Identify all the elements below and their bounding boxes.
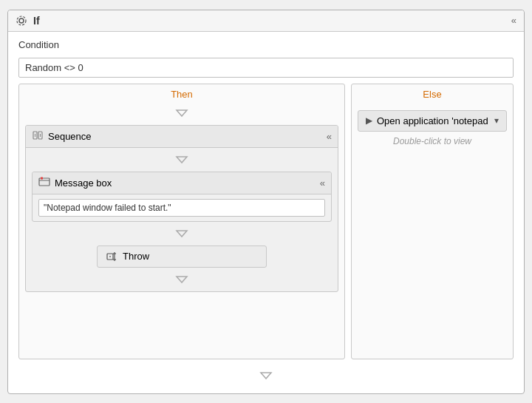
sequence-icon xyxy=(32,129,44,143)
svg-marker-7 xyxy=(177,157,187,163)
then-else-row: Then xyxy=(18,84,514,359)
sequence-header-left: Sequence xyxy=(32,129,92,143)
then-header: Then xyxy=(19,84,344,104)
expand-icon[interactable]: ▾ xyxy=(494,115,499,126)
message-box-block: Message box « xyxy=(32,172,332,222)
message-box-collapse-button[interactable]: « xyxy=(320,178,325,188)
sequence-block: Sequence « xyxy=(25,125,338,292)
title-bar-left: If xyxy=(16,15,40,27)
message-box-icon xyxy=(38,176,50,190)
message-box-label: Message box xyxy=(55,177,112,189)
sequence-body: Message box « xyxy=(26,148,338,291)
open-app-block: ▶ Open application 'notepad ▾ Double-cli… xyxy=(358,110,507,151)
open-app-label: Open application 'notepad xyxy=(377,115,488,126)
svg-rect-8 xyxy=(39,178,50,186)
sequence-drop-arrow-2[interactable] xyxy=(175,225,188,243)
sequence-drop-arrow-3[interactable] xyxy=(175,271,188,288)
collapse-button[interactable]: « xyxy=(511,16,516,25)
title-bar: If « xyxy=(8,10,524,32)
svg-point-1 xyxy=(17,16,26,25)
then-drop-arrow-1[interactable] xyxy=(19,104,344,122)
sequence-label: Sequence xyxy=(48,131,92,142)
svg-marker-11 xyxy=(177,231,187,237)
message-box-content xyxy=(33,194,331,221)
else-header: Else xyxy=(352,84,513,104)
open-app-header-inner: ▶ Open application 'notepad xyxy=(366,115,490,126)
throw-icon xyxy=(106,251,118,263)
open-app-header[interactable]: ▶ Open application 'notepad ▾ xyxy=(358,110,507,132)
double-click-hint: Double-click to view xyxy=(358,132,507,151)
svg-rect-10 xyxy=(41,177,43,179)
bottom-drop-arrow[interactable] xyxy=(18,365,514,386)
then-column: Then xyxy=(18,84,345,359)
svg-marker-2 xyxy=(177,110,187,116)
svg-point-0 xyxy=(19,18,24,23)
if-icon xyxy=(16,15,27,27)
title-label: If xyxy=(33,15,40,27)
sequence-collapse-button[interactable]: « xyxy=(327,132,332,141)
condition-input[interactable] xyxy=(18,58,514,78)
else-column: Else ▶ Open application 'notepad ▾ Doubl… xyxy=(351,84,514,359)
sequence-header: Sequence « xyxy=(26,126,338,148)
content-area: Condition Then xyxy=(8,32,524,393)
main-if-container: If « Condition Then xyxy=(7,10,525,394)
play-icon: ▶ xyxy=(366,115,372,126)
svg-marker-17 xyxy=(177,277,187,282)
message-box-header: Message box « xyxy=(33,172,331,194)
throw-label: Throw xyxy=(123,251,149,262)
throw-block[interactable]: Throw xyxy=(97,245,267,268)
condition-label: Condition xyxy=(18,39,514,50)
message-box-header-left: Message box xyxy=(38,176,112,190)
svg-marker-18 xyxy=(261,373,271,379)
message-box-text-input[interactable] xyxy=(38,199,325,217)
sequence-drop-arrow-1[interactable] xyxy=(175,151,188,169)
